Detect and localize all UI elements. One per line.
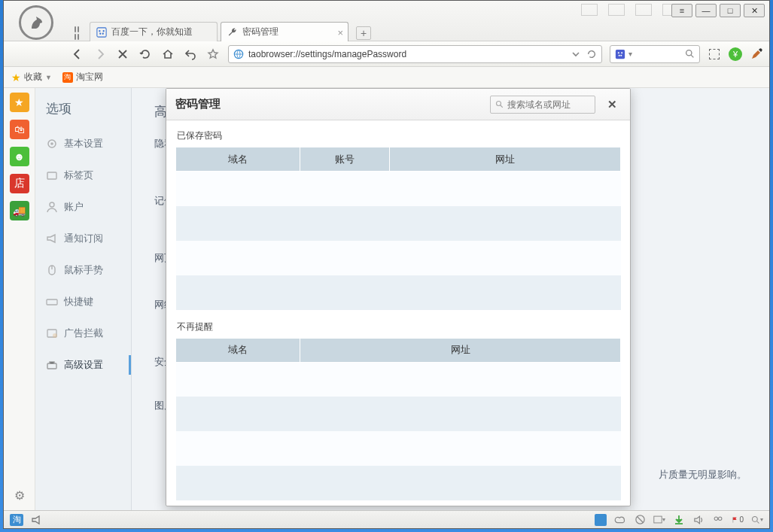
home-button[interactable] xyxy=(160,47,175,62)
menu-button[interactable]: ≡ xyxy=(671,4,692,17)
rail-settings[interactable]: ⚙ xyxy=(14,488,25,503)
settings-sidebar: 选项 基本设置 标签页 账户 通知订阅 鼠标手势 快捷键 广告拦截 高级设置 xyxy=(35,88,132,510)
titlebar: 百度一下，你就知道 密码管理 × + ≡ — □ ✕ xyxy=(4,1,769,41)
search-box[interactable]: ▾ xyxy=(610,45,700,63)
svg-point-22 xyxy=(497,101,501,105)
block-icon xyxy=(46,327,58,339)
col-domain[interactable]: 域名 xyxy=(176,147,300,172)
close-icon[interactable]: × xyxy=(337,26,343,38)
tab-baidu[interactable]: 百度一下，你就知道 xyxy=(90,22,218,41)
rail-delivery[interactable]: 🚚 xyxy=(10,201,29,220)
sidebar-item-shortcut[interactable]: 快捷键 xyxy=(35,286,131,318)
svg-point-8 xyxy=(621,52,622,53)
tab-password-manager[interactable]: 密码管理 × xyxy=(221,22,348,41)
svg-rect-14 xyxy=(47,172,56,179)
svg-rect-6 xyxy=(616,49,625,58)
table-row[interactable] xyxy=(176,206,621,241)
tab-strip: 百度一下，你就知道 密码管理 × + xyxy=(90,22,694,41)
status-download[interactable] xyxy=(673,514,685,526)
sidebar-item-advanced[interactable]: 高级设置 xyxy=(35,349,131,381)
svg-rect-18 xyxy=(47,299,57,305)
status-sound[interactable] xyxy=(692,514,705,526)
tab-label: 密码管理 xyxy=(242,26,278,38)
globe-icon xyxy=(233,49,244,59)
svg-rect-21 xyxy=(47,363,56,369)
modal-search-input[interactable] xyxy=(490,96,595,114)
tab-icon xyxy=(46,169,58,181)
svg-point-9 xyxy=(619,54,620,56)
maximize-button[interactable]: □ xyxy=(720,4,741,17)
status-cloud[interactable] xyxy=(614,514,626,526)
apps-grid-button[interactable] xyxy=(68,25,85,41)
col-account[interactable]: 账号 xyxy=(300,147,389,172)
status-block[interactable] xyxy=(634,514,646,526)
forward-button[interactable] xyxy=(93,47,108,62)
svg-point-27 xyxy=(753,516,758,521)
status-app[interactable] xyxy=(595,514,607,526)
undo-button[interactable] xyxy=(183,47,198,62)
table-row[interactable] xyxy=(176,362,621,397)
col-url[interactable]: 网址 xyxy=(389,147,620,172)
horse-icon xyxy=(27,14,45,32)
svg-point-10 xyxy=(620,54,622,56)
search-icon[interactable] xyxy=(685,49,695,59)
table-row[interactable] xyxy=(176,466,621,500)
status-bar: 淘 ▾ 0 ▾ xyxy=(4,510,769,528)
sidebar-item-basic[interactable]: 基本设置 xyxy=(35,128,131,160)
sidebar-item-account[interactable]: 账户 xyxy=(35,191,131,223)
svg-point-2 xyxy=(102,30,104,32)
status-logo[interactable]: 淘 xyxy=(10,514,23,526)
modal-close-button[interactable]: ✕ xyxy=(603,96,621,114)
table-row[interactable] xyxy=(176,397,621,431)
col-domain[interactable]: 域名 xyxy=(176,338,300,362)
table-row[interactable] xyxy=(176,241,621,275)
minimize-button[interactable]: — xyxy=(695,4,717,17)
favorite-button[interactable] xyxy=(205,47,221,62)
col-url[interactable]: 网址 xyxy=(300,338,621,362)
sidebar-item-notify[interactable]: 通知订阅 xyxy=(35,223,131,254)
toolbox-icon xyxy=(46,359,58,371)
never-remind-table: 域名 网址 xyxy=(175,338,621,501)
sidebar-item-gesture[interactable]: 鼠标手势 xyxy=(35,254,131,286)
close-button[interactable]: ✕ xyxy=(744,4,765,17)
svg-point-20 xyxy=(53,333,57,338)
fullscreen-button[interactable] xyxy=(708,47,721,61)
table-row[interactable] xyxy=(176,172,621,206)
bookmark-taobao[interactable]: 淘 淘宝网 xyxy=(62,71,103,84)
left-rail: ★ 🛍 ☻ 店 🚚 ⚙ xyxy=(4,88,35,510)
status-users[interactable] xyxy=(712,514,724,526)
saved-passwords-label: 已保存密码 xyxy=(177,129,621,142)
favorites-menu[interactable]: ★ 收藏 ▼ xyxy=(11,71,52,84)
back-button[interactable] xyxy=(70,47,85,62)
sidebar-item-tabs[interactable]: 标签页 xyxy=(35,160,131,191)
rail-favorites[interactable]: ★ xyxy=(10,93,29,112)
stop-button[interactable] xyxy=(115,47,130,62)
table-row[interactable] xyxy=(176,431,621,466)
coin-button[interactable]: ¥ xyxy=(729,47,742,61)
paw-icon xyxy=(96,27,107,38)
navbar: taobrowser://settings/managePassword ▾ ¥ xyxy=(4,41,769,67)
never-remind-label: 不再提醒 xyxy=(177,321,621,333)
table-row[interactable] xyxy=(176,275,621,310)
svg-rect-0 xyxy=(97,27,106,36)
status-window[interactable]: ▾ xyxy=(653,514,665,526)
rail-contact[interactable]: ☻ xyxy=(10,147,29,166)
wrench-icon xyxy=(227,27,238,38)
rail-store[interactable]: 店 xyxy=(10,174,29,193)
status-flag[interactable]: 0 xyxy=(732,514,744,526)
svg-point-4 xyxy=(102,32,104,34)
new-tab-button[interactable]: + xyxy=(356,26,371,40)
reload-address-icon[interactable] xyxy=(586,49,597,59)
brush-button[interactable] xyxy=(750,47,763,61)
status-zoom[interactable]: ▾ xyxy=(751,514,763,526)
svg-point-7 xyxy=(618,52,619,53)
rail-shopping[interactable]: 🛍 xyxy=(10,120,29,139)
chevron-down-icon[interactable] xyxy=(571,50,580,59)
content-hint: 片质量无明显影响。 xyxy=(659,468,747,482)
reload-button[interactable] xyxy=(138,47,153,62)
tab-label: 百度一下，你就知道 xyxy=(111,26,193,38)
svg-point-11 xyxy=(686,50,692,56)
status-broadcast[interactable] xyxy=(31,514,43,526)
sidebar-item-adblock[interactable]: 广告拦截 xyxy=(35,318,131,349)
address-bar[interactable]: taobrowser://settings/managePassword xyxy=(228,45,602,63)
